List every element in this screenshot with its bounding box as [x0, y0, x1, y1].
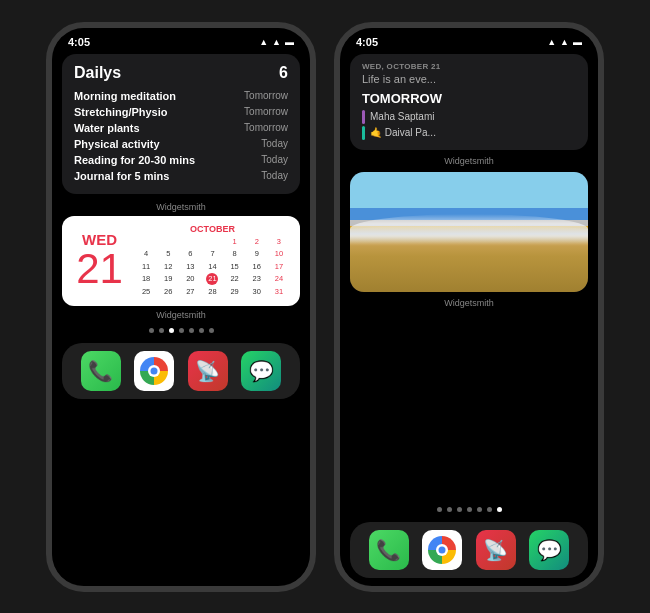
cal-cell: 12: [157, 261, 179, 274]
page-dot: [209, 328, 214, 333]
cal-cell: 9: [246, 248, 268, 261]
cal-cell: 1: [224, 236, 246, 249]
dailys-widget[interactable]: Dailys 6 Morning meditation Tomorrow Str…: [62, 54, 300, 194]
cal-cell: 31: [268, 286, 290, 299]
dailys-badge-6: Today: [261, 170, 288, 181]
whatsapp-app-icon-r[interactable]: 💬: [529, 530, 569, 570]
right-phone: 4:05 ▲ ▲ ▬ WED, OCTOBER 21 Life is an ev…: [334, 22, 604, 592]
cal-cell: 15: [224, 261, 246, 274]
wifi-icon-r: ▲: [560, 37, 569, 47]
dailys-badge-2: Tomorrow: [244, 106, 288, 117]
page-dot-r-active: [497, 507, 502, 512]
dailys-row-1: Morning meditation Tomorrow: [74, 88, 288, 104]
page-dot: [159, 328, 164, 333]
dailys-item-6: Journal for 5 mins: [74, 170, 169, 182]
dailys-row-4: Physical activity Today: [74, 136, 288, 152]
event-date: WED, OCTOBER 21: [362, 62, 576, 71]
status-time-left: 4:05: [68, 36, 90, 48]
event-dot-purple: [362, 110, 365, 124]
dailys-badge-1: Tomorrow: [244, 90, 288, 101]
cal-cell-highlight: 21: [206, 273, 218, 285]
page-dots-left: [52, 322, 310, 339]
page-dot: [189, 328, 194, 333]
dailys-badge-3: Tomorrow: [244, 122, 288, 133]
page-dots-right: [340, 501, 598, 518]
phone-app-icon[interactable]: 📞: [81, 351, 121, 391]
cal-cell: 22: [224, 273, 246, 286]
dailys-item-5: Reading for 20-30 mins: [74, 154, 195, 166]
cast-app-icon-r[interactable]: 📡: [476, 530, 516, 570]
cal-cell: 29: [224, 286, 246, 299]
cal-day-num: 21: [76, 248, 123, 290]
dailys-badge-5: Today: [261, 154, 288, 165]
cal-cell: 17: [268, 261, 290, 274]
cast-app-icon[interactable]: 📡: [188, 351, 228, 391]
page-dot: [149, 328, 154, 333]
cal-cell: 13: [179, 261, 201, 274]
tomorrow-label: TOMORROW: [362, 91, 576, 106]
dailys-badge-4: Today: [261, 138, 288, 149]
page-dot-r: [477, 507, 482, 512]
dailys-item-3: Water plants: [74, 122, 140, 134]
signal-icon: ▲: [259, 37, 268, 47]
cal-cell: 5: [157, 248, 179, 261]
event-item-2: 🤙 Daival Pa...: [362, 126, 576, 140]
cal-cell: 27: [179, 286, 201, 299]
page-dot-r: [487, 507, 492, 512]
cal-cell: 30: [246, 286, 268, 299]
photo-widget[interactable]: [350, 172, 588, 292]
cal-cell: 28: [201, 286, 223, 299]
cal-cell: 23: [246, 273, 268, 286]
cal-cell: 25: [135, 286, 157, 299]
widgetsmith-label-r1: Widgetsmith: [340, 156, 598, 166]
phones-container: 4:05 ▲ ▲ ▬ Dailys 6 Morning meditation: [46, 22, 604, 592]
cal-cell: 24: [268, 273, 290, 286]
battery-icon-r: ▬: [573, 37, 582, 47]
dailys-item-2: Stretching/Physio: [74, 106, 168, 118]
cal-cell: 26: [157, 286, 179, 299]
cal-cell: 8: [224, 248, 246, 261]
chrome-app-icon[interactable]: [134, 351, 174, 391]
page-dot-active: [169, 328, 174, 333]
calendar-widget[interactable]: WED 21 OCTOBER 1 2 3: [62, 216, 300, 307]
notch-right: [419, 28, 519, 50]
battery-icon: ▬: [285, 37, 294, 47]
cal-cell: 20: [179, 273, 201, 286]
dailys-title: Dailys: [74, 64, 121, 82]
dailys-row-2: Stretching/Physio Tomorrow: [74, 104, 288, 120]
widgetsmith-label-1: Widgetsmith: [52, 202, 310, 212]
notch: [131, 28, 231, 50]
page-dot-r: [457, 507, 462, 512]
event-title: Life is an eve...: [362, 73, 576, 85]
cal-cell: 16: [246, 261, 268, 274]
dock-right: 📞 📡 💬: [350, 522, 588, 578]
cal-cell: 6: [179, 248, 201, 261]
cal-cell: 11: [135, 261, 157, 274]
chrome-app-icon-r[interactable]: [422, 530, 462, 570]
dailys-row-6: Journal for 5 mins Today: [74, 168, 288, 184]
cal-cell: 7: [201, 248, 223, 261]
cal-cell: [135, 236, 157, 249]
left-phone: 4:05 ▲ ▲ ▬ Dailys 6 Morning meditation: [46, 22, 316, 592]
phone-app-icon-r[interactable]: 📞: [369, 530, 409, 570]
cal-cell: 19: [157, 273, 179, 286]
page-dot-r: [447, 507, 452, 512]
event-widget[interactable]: WED, OCTOBER 21 Life is an eve... TOMORR…: [350, 54, 588, 150]
dailys-row-3: Water plants Tomorrow: [74, 120, 288, 136]
status-icons-right: ▲ ▲ ▬: [547, 37, 582, 47]
dailys-count: 6: [279, 64, 288, 82]
dailys-item-4: Physical activity: [74, 138, 160, 150]
dock-left: 📞 📡 💬: [62, 343, 300, 399]
event-text-2: 🤙 Daival Pa...: [370, 127, 436, 138]
page-dot: [199, 328, 204, 333]
cal-cell: 2: [246, 236, 268, 249]
event-item-1: Maha Saptami: [362, 110, 576, 124]
widgetsmith-label-r2: Widgetsmith: [340, 298, 598, 308]
page-dot-r: [467, 507, 472, 512]
cal-grid: 1 2 3 4 5 6 7 8 9 10 11: [135, 236, 290, 299]
event-text-1: Maha Saptami: [370, 111, 434, 122]
cal-cell: [157, 236, 179, 249]
whatsapp-app-icon[interactable]: 💬: [241, 351, 281, 391]
event-dot-cyan: [362, 126, 365, 140]
page-dot-r: [437, 507, 442, 512]
